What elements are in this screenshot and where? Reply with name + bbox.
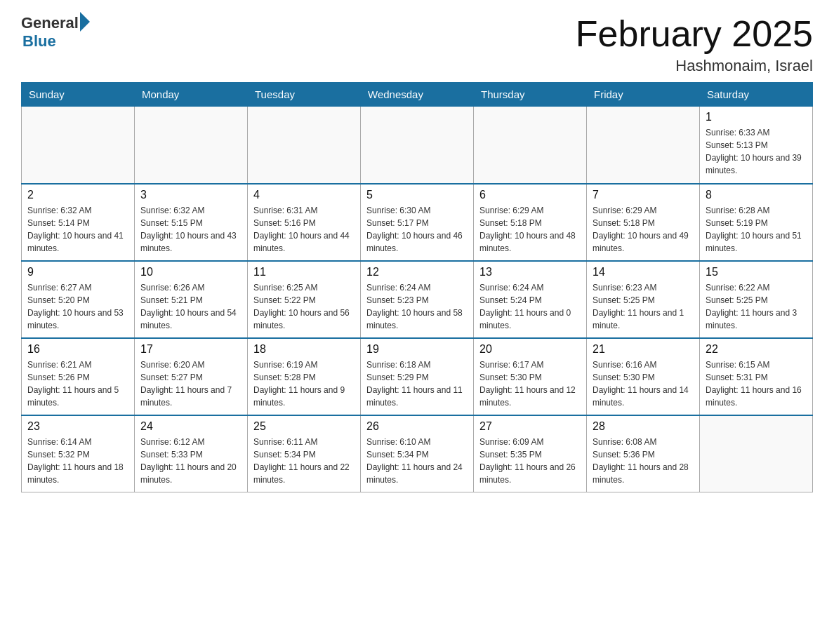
day-info: Sunrise: 6:21 AMSunset: 5:26 PMDaylight:… — [27, 358, 128, 409]
calendar-cell: 1Sunrise: 6:33 AMSunset: 5:13 PMDaylight… — [700, 107, 813, 184]
calendar-cell — [587, 107, 700, 184]
day-info: Sunrise: 6:23 AMSunset: 5:25 PMDaylight:… — [593, 281, 694, 332]
month-title: February 2025 — [576, 14, 813, 54]
day-number: 19 — [366, 343, 468, 356]
day-info: Sunrise: 6:25 AMSunset: 5:22 PMDaylight:… — [253, 281, 355, 332]
calendar-cell: 8Sunrise: 6:28 AMSunset: 5:19 PMDaylight… — [700, 184, 813, 261]
calendar-week-row: 23Sunrise: 6:14 AMSunset: 5:32 PMDayligh… — [22, 415, 813, 492]
calendar-cell: 12Sunrise: 6:24 AMSunset: 5:23 PMDayligh… — [361, 261, 474, 338]
day-info: Sunrise: 6:11 AMSunset: 5:34 PMDaylight:… — [253, 436, 355, 486]
calendar-table: SundayMondayTuesdayWednesdayThursdayFrid… — [21, 82, 813, 492]
page-header: General Blue February 2025 Hashmonaim, I… — [21, 14, 813, 75]
weekday-header-monday: Monday — [135, 83, 248, 107]
logo: General Blue — [21, 14, 90, 51]
day-info: Sunrise: 6:29 AMSunset: 5:18 PMDaylight:… — [479, 204, 581, 255]
day-number: 21 — [593, 343, 694, 356]
day-number: 8 — [706, 189, 807, 201]
calendar-cell — [135, 107, 248, 184]
calendar-cell: 7Sunrise: 6:29 AMSunset: 5:18 PMDaylight… — [587, 184, 700, 261]
day-number: 25 — [253, 420, 355, 433]
day-info: Sunrise: 6:10 AMSunset: 5:34 PMDaylight:… — [366, 436, 468, 486]
calendar-cell: 25Sunrise: 6:11 AMSunset: 5:34 PMDayligh… — [248, 415, 361, 492]
calendar-cell: 19Sunrise: 6:18 AMSunset: 5:29 PMDayligh… — [361, 338, 474, 415]
calendar-cell: 24Sunrise: 6:12 AMSunset: 5:33 PMDayligh… — [135, 415, 248, 492]
day-number: 24 — [140, 420, 241, 433]
day-info: Sunrise: 6:29 AMSunset: 5:18 PMDaylight:… — [593, 204, 694, 255]
day-number: 15 — [706, 266, 807, 279]
day-info: Sunrise: 6:20 AMSunset: 5:27 PMDaylight:… — [140, 358, 241, 409]
day-number: 10 — [140, 266, 241, 279]
calendar-cell: 21Sunrise: 6:16 AMSunset: 5:30 PMDayligh… — [587, 338, 700, 415]
weekday-header-saturday: Saturday — [700, 83, 813, 107]
logo-triangle-icon — [80, 12, 90, 32]
calendar-cell: 14Sunrise: 6:23 AMSunset: 5:25 PMDayligh… — [587, 261, 700, 338]
day-info: Sunrise: 6:18 AMSunset: 5:29 PMDaylight:… — [366, 358, 468, 409]
day-info: Sunrise: 6:12 AMSunset: 5:33 PMDaylight:… — [140, 436, 241, 486]
day-number: 28 — [593, 420, 694, 433]
day-number: 12 — [366, 266, 468, 279]
calendar-cell: 6Sunrise: 6:29 AMSunset: 5:18 PMDaylight… — [474, 184, 587, 261]
day-info: Sunrise: 6:14 AMSunset: 5:32 PMDaylight:… — [27, 436, 128, 486]
weekday-header-sunday: Sunday — [22, 83, 135, 107]
day-number: 4 — [253, 189, 355, 201]
day-number: 16 — [27, 343, 128, 356]
calendar-cell: 18Sunrise: 6:19 AMSunset: 5:28 PMDayligh… — [248, 338, 361, 415]
day-info: Sunrise: 6:32 AMSunset: 5:15 PMDaylight:… — [140, 204, 241, 255]
day-info: Sunrise: 6:33 AMSunset: 5:13 PMDaylight:… — [706, 126, 807, 177]
day-number: 26 — [366, 420, 468, 433]
day-number: 14 — [593, 266, 694, 279]
calendar-cell — [248, 107, 361, 184]
calendar-week-row: 9Sunrise: 6:27 AMSunset: 5:20 PMDaylight… — [22, 261, 813, 338]
weekday-header-row: SundayMondayTuesdayWednesdayThursdayFrid… — [22, 83, 813, 107]
calendar-week-row: 2Sunrise: 6:32 AMSunset: 5:14 PMDaylight… — [22, 184, 813, 261]
weekday-header-friday: Friday — [587, 83, 700, 107]
day-number: 3 — [140, 189, 241, 201]
calendar-cell: 5Sunrise: 6:30 AMSunset: 5:17 PMDaylight… — [361, 184, 474, 261]
day-number: 18 — [253, 343, 355, 356]
calendar-cell: 27Sunrise: 6:09 AMSunset: 5:35 PMDayligh… — [474, 415, 587, 492]
calendar-cell: 9Sunrise: 6:27 AMSunset: 5:20 PMDaylight… — [22, 261, 135, 338]
day-number: 22 — [706, 343, 807, 356]
calendar-cell — [474, 107, 587, 184]
calendar-cell: 20Sunrise: 6:17 AMSunset: 5:30 PMDayligh… — [474, 338, 587, 415]
calendar-week-row: 1Sunrise: 6:33 AMSunset: 5:13 PMDaylight… — [22, 107, 813, 184]
calendar-cell: 26Sunrise: 6:10 AMSunset: 5:34 PMDayligh… — [361, 415, 474, 492]
calendar-cell — [700, 415, 813, 492]
calendar-cell: 2Sunrise: 6:32 AMSunset: 5:14 PMDaylight… — [22, 184, 135, 261]
day-info: Sunrise: 6:24 AMSunset: 5:23 PMDaylight:… — [366, 281, 468, 332]
day-info: Sunrise: 6:32 AMSunset: 5:14 PMDaylight:… — [27, 204, 128, 255]
calendar-cell: 16Sunrise: 6:21 AMSunset: 5:26 PMDayligh… — [22, 338, 135, 415]
day-info: Sunrise: 6:27 AMSunset: 5:20 PMDaylight:… — [27, 281, 128, 332]
title-block: February 2025 Hashmonaim, Israel — [576, 14, 813, 75]
day-info: Sunrise: 6:24 AMSunset: 5:24 PMDaylight:… — [479, 281, 581, 332]
day-number: 17 — [140, 343, 241, 356]
day-number: 27 — [479, 420, 581, 433]
logo-general-text: General — [21, 14, 79, 32]
calendar-cell: 11Sunrise: 6:25 AMSunset: 5:22 PMDayligh… — [248, 261, 361, 338]
day-number: 23 — [27, 420, 128, 433]
day-info: Sunrise: 6:31 AMSunset: 5:16 PMDaylight:… — [253, 204, 355, 255]
day-info: Sunrise: 6:26 AMSunset: 5:21 PMDaylight:… — [140, 281, 241, 332]
day-info: Sunrise: 6:15 AMSunset: 5:31 PMDaylight:… — [706, 358, 807, 409]
day-number: 7 — [593, 189, 694, 201]
day-number: 13 — [479, 266, 581, 279]
weekday-header-tuesday: Tuesday — [248, 83, 361, 107]
calendar-week-row: 16Sunrise: 6:21 AMSunset: 5:26 PMDayligh… — [22, 338, 813, 415]
day-info: Sunrise: 6:28 AMSunset: 5:19 PMDaylight:… — [706, 204, 807, 255]
calendar-cell — [22, 107, 135, 184]
day-number: 2 — [27, 189, 128, 201]
day-info: Sunrise: 6:16 AMSunset: 5:30 PMDaylight:… — [593, 358, 694, 409]
weekday-header-wednesday: Wednesday — [361, 83, 474, 107]
day-info: Sunrise: 6:22 AMSunset: 5:25 PMDaylight:… — [706, 281, 807, 332]
day-number: 11 — [253, 266, 355, 279]
day-info: Sunrise: 6:30 AMSunset: 5:17 PMDaylight:… — [366, 204, 468, 255]
day-info: Sunrise: 6:08 AMSunset: 5:36 PMDaylight:… — [593, 436, 694, 486]
day-number: 20 — [479, 343, 581, 356]
calendar-cell — [361, 107, 474, 184]
calendar-cell: 13Sunrise: 6:24 AMSunset: 5:24 PMDayligh… — [474, 261, 587, 338]
calendar-cell: 23Sunrise: 6:14 AMSunset: 5:32 PMDayligh… — [22, 415, 135, 492]
calendar-cell: 28Sunrise: 6:08 AMSunset: 5:36 PMDayligh… — [587, 415, 700, 492]
calendar-cell: 10Sunrise: 6:26 AMSunset: 5:21 PMDayligh… — [135, 261, 248, 338]
location-title: Hashmonaim, Israel — [576, 57, 813, 75]
day-number: 9 — [27, 266, 128, 279]
